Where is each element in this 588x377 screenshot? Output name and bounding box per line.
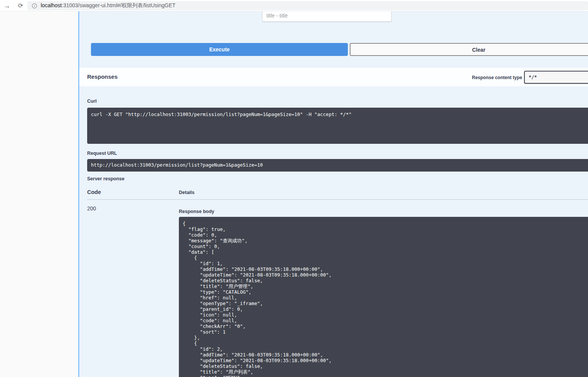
details-column-header: Details <box>179 190 194 195</box>
page-info-icon[interactable]: i <box>32 3 37 8</box>
page-left-gutter <box>0 11 78 377</box>
response-content-type-label: Response content type <box>472 75 522 80</box>
url-text: localhost:31003/swagger-ui.html#/权限列表/li… <box>41 2 175 9</box>
curl-label: Curl <box>87 99 97 104</box>
server-response-label: Server response <box>87 176 124 181</box>
status-code: 200 <box>87 205 96 212</box>
address-bar[interactable]: i localhost:31003/swagger-ui.html#/权限列表/… <box>27 1 588 10</box>
code-column-header: Code <box>87 189 101 195</box>
forward-icon[interactable]: → <box>2 1 11 10</box>
responses-section-header: Responses Response content type */* <box>79 68 588 86</box>
response-content-type-select[interactable]: */* <box>524 71 588 84</box>
url-host: localhost <box>41 2 62 8</box>
response-table-divider <box>87 199 588 200</box>
curl-command: curl -X GET "http://localhost:31003/perm… <box>87 108 588 144</box>
response-body-json: { "flag": true, "code": 0, "message": "查… <box>179 217 588 377</box>
response-body-label: Response body <box>179 209 214 214</box>
reload-icon[interactable]: ⟳ <box>16 1 25 10</box>
request-url-label: Request URL <box>87 151 117 156</box>
responses-heading: Responses <box>87 73 118 80</box>
get-operation-block: Execute Clear Responses Response content… <box>78 11 588 377</box>
url-path: :31003/swagger-ui.html#/权限列表/listUsingGE… <box>62 2 175 8</box>
clear-button[interactable]: Clear <box>350 43 588 56</box>
request-url-value: http://localhost:31003/permission/list?p… <box>87 159 588 172</box>
browser-toolbar: → ⟳ i localhost:31003/swagger-ui.html#/权… <box>0 0 588 11</box>
execute-button[interactable]: Execute <box>91 43 348 56</box>
